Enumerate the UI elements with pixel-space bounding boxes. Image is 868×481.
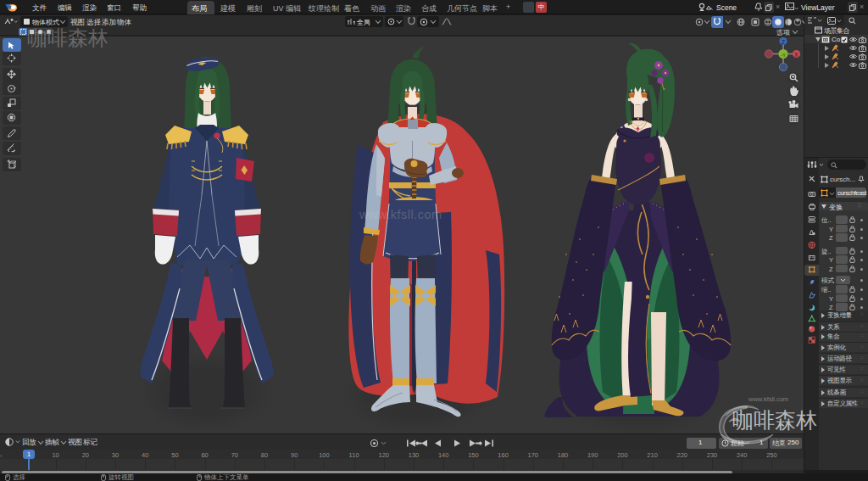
svg-text:-Y: -Y (781, 53, 786, 58)
svg-text:Z: Z (782, 39, 785, 45)
svg-text:X: X (794, 52, 798, 58)
